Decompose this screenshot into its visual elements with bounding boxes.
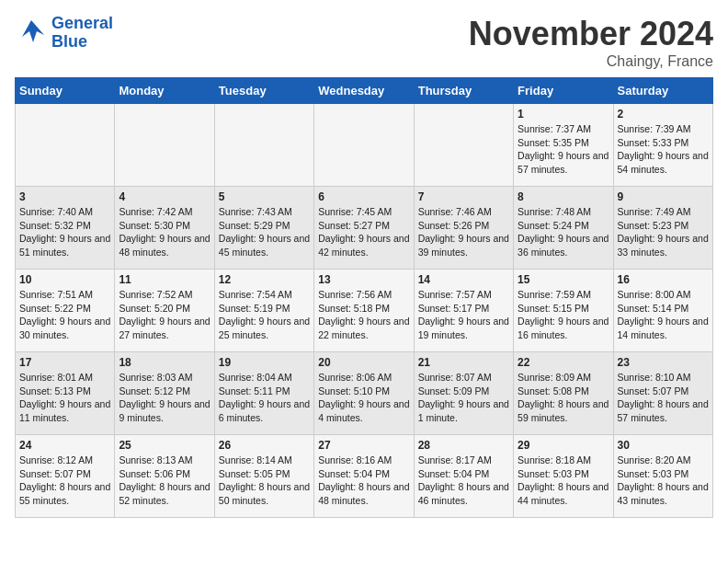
col-wednesday: Wednesday xyxy=(314,78,414,104)
calendar-cell xyxy=(115,104,214,187)
day-number: 1 xyxy=(518,108,609,121)
day-info: Sunrise: 8:20 AM Sunset: 5:03 PM Dayligh… xyxy=(618,454,709,508)
day-info: Sunrise: 7:49 AM Sunset: 5:23 PM Dayligh… xyxy=(618,205,709,259)
day-info: Sunrise: 7:37 AM Sunset: 5:35 PM Dayligh… xyxy=(518,122,609,177)
day-info: Sunrise: 8:14 AM Sunset: 5:05 PM Dayligh… xyxy=(219,454,310,508)
calendar-cell: 7Sunrise: 7:46 AM Sunset: 5:26 PM Daylig… xyxy=(414,187,513,270)
day-number: 14 xyxy=(418,273,509,286)
day-info: Sunrise: 8:10 AM Sunset: 5:07 PM Dayligh… xyxy=(618,371,709,425)
day-info: Sunrise: 8:04 AM Sunset: 5:11 PM Dayligh… xyxy=(219,371,310,425)
calendar-cell: 26Sunrise: 8:14 AM Sunset: 5:05 PM Dayli… xyxy=(214,435,313,518)
day-info: Sunrise: 7:45 AM Sunset: 5:27 PM Dayligh… xyxy=(318,205,409,259)
day-info: Sunrise: 8:12 AM Sunset: 5:07 PM Dayligh… xyxy=(19,454,110,508)
day-info: Sunrise: 8:06 AM Sunset: 5:10 PM Dayligh… xyxy=(318,371,409,425)
day-info: Sunrise: 7:54 AM Sunset: 5:19 PM Dayligh… xyxy=(219,288,310,342)
day-info: Sunrise: 8:16 AM Sunset: 5:04 PM Dayligh… xyxy=(318,454,409,508)
day-info: Sunrise: 8:00 AM Sunset: 5:14 PM Dayligh… xyxy=(618,288,709,342)
day-number: 21 xyxy=(418,356,509,369)
day-number: 28 xyxy=(418,439,509,452)
day-number: 16 xyxy=(618,273,709,286)
calendar-cell: 15Sunrise: 7:59 AM Sunset: 5:15 PM Dayli… xyxy=(514,270,613,352)
day-info: Sunrise: 7:51 AM Sunset: 5:22 PM Dayligh… xyxy=(19,288,110,342)
day-info: Sunrise: 7:56 AM Sunset: 5:18 PM Dayligh… xyxy=(318,288,409,342)
header: General Blue November 2024 Chaingy, Fran… xyxy=(15,15,713,70)
calendar-cell: 18Sunrise: 8:03 AM Sunset: 5:12 PM Dayli… xyxy=(115,352,214,435)
day-number: 23 xyxy=(618,356,709,369)
calendar-cell: 21Sunrise: 8:07 AM Sunset: 5:09 PM Dayli… xyxy=(414,352,513,435)
month-title: November 2024 xyxy=(469,15,713,53)
calendar-cell xyxy=(16,104,115,187)
calendar-cell: 6Sunrise: 7:45 AM Sunset: 5:27 PM Daylig… xyxy=(314,187,414,270)
day-info: Sunrise: 8:13 AM Sunset: 5:06 PM Dayligh… xyxy=(119,454,210,508)
day-info: Sunrise: 7:43 AM Sunset: 5:29 PM Dayligh… xyxy=(219,205,310,259)
day-info: Sunrise: 7:42 AM Sunset: 5:30 PM Dayligh… xyxy=(119,205,210,259)
day-number: 15 xyxy=(518,273,609,286)
day-number: 9 xyxy=(618,190,709,203)
week-row-3: 17Sunrise: 8:01 AM Sunset: 5:13 PM Dayli… xyxy=(16,352,713,435)
calendar-cell: 24Sunrise: 8:12 AM Sunset: 5:07 PM Dayli… xyxy=(16,435,115,518)
calendar-cell: 29Sunrise: 8:18 AM Sunset: 5:03 PM Dayli… xyxy=(514,435,613,518)
day-info: Sunrise: 7:48 AM Sunset: 5:24 PM Dayligh… xyxy=(518,205,609,259)
day-number: 19 xyxy=(219,356,310,369)
logo-text: General Blue xyxy=(51,15,113,52)
calendar-cell: 10Sunrise: 7:51 AM Sunset: 5:22 PM Dayli… xyxy=(16,270,115,352)
location: Chaingy, France xyxy=(469,53,713,70)
week-row-2: 10Sunrise: 7:51 AM Sunset: 5:22 PM Dayli… xyxy=(16,270,713,352)
calendar-cell xyxy=(314,104,414,187)
col-thursday: Thursday xyxy=(414,78,513,104)
col-monday: Monday xyxy=(115,78,214,104)
day-number: 26 xyxy=(219,439,310,452)
calendar-cell: 1Sunrise: 7:37 AM Sunset: 5:35 PM Daylig… xyxy=(514,104,613,187)
calendar-cell: 13Sunrise: 7:56 AM Sunset: 5:18 PM Dayli… xyxy=(314,270,414,352)
day-number: 8 xyxy=(518,190,609,203)
day-number: 6 xyxy=(318,190,409,203)
week-row-4: 24Sunrise: 8:12 AM Sunset: 5:07 PM Dayli… xyxy=(16,435,713,518)
calendar-cell: 23Sunrise: 8:10 AM Sunset: 5:07 PM Dayli… xyxy=(613,352,712,435)
day-number: 22 xyxy=(518,356,609,369)
calendar-cell: 19Sunrise: 8:04 AM Sunset: 5:11 PM Dayli… xyxy=(214,352,313,435)
calendar-cell: 12Sunrise: 7:54 AM Sunset: 5:19 PM Dayli… xyxy=(214,270,313,352)
day-number: 30 xyxy=(618,439,709,452)
day-number: 24 xyxy=(19,439,110,452)
col-sunday: Sunday xyxy=(16,78,115,104)
day-number: 11 xyxy=(119,273,210,286)
calendar-cell: 8Sunrise: 7:48 AM Sunset: 5:24 PM Daylig… xyxy=(514,187,613,270)
day-number: 20 xyxy=(318,356,409,369)
calendar-cell: 22Sunrise: 8:09 AM Sunset: 5:08 PM Dayli… xyxy=(514,352,613,435)
day-info: Sunrise: 7:57 AM Sunset: 5:17 PM Dayligh… xyxy=(418,288,509,342)
calendar-cell: 2Sunrise: 7:39 AM Sunset: 5:33 PM Daylig… xyxy=(613,104,712,187)
calendar-cell: 14Sunrise: 7:57 AM Sunset: 5:17 PM Dayli… xyxy=(414,270,513,352)
logo: General Blue xyxy=(15,15,113,52)
day-number: 3 xyxy=(19,190,110,203)
logo-icon xyxy=(15,17,48,50)
day-number: 2 xyxy=(618,108,709,121)
day-info: Sunrise: 8:17 AM Sunset: 5:04 PM Dayligh… xyxy=(418,454,509,508)
day-info: Sunrise: 7:59 AM Sunset: 5:15 PM Dayligh… xyxy=(518,288,609,342)
title-area: November 2024 Chaingy, France xyxy=(469,15,713,70)
col-saturday: Saturday xyxy=(613,78,712,104)
day-info: Sunrise: 7:40 AM Sunset: 5:32 PM Dayligh… xyxy=(19,205,110,259)
day-info: Sunrise: 7:46 AM Sunset: 5:26 PM Dayligh… xyxy=(418,205,509,259)
day-number: 12 xyxy=(219,273,310,286)
day-info: Sunrise: 7:52 AM Sunset: 5:20 PM Dayligh… xyxy=(119,288,210,342)
calendar-cell: 30Sunrise: 8:20 AM Sunset: 5:03 PM Dayli… xyxy=(613,435,712,518)
day-number: 18 xyxy=(119,356,210,369)
day-info: Sunrise: 8:09 AM Sunset: 5:08 PM Dayligh… xyxy=(518,371,609,425)
day-number: 29 xyxy=(518,439,609,452)
calendar-cell: 16Sunrise: 8:00 AM Sunset: 5:14 PM Dayli… xyxy=(613,270,712,352)
calendar-cell xyxy=(414,104,513,187)
day-info: Sunrise: 8:07 AM Sunset: 5:09 PM Dayligh… xyxy=(418,371,509,425)
day-number: 17 xyxy=(19,356,110,369)
day-number: 13 xyxy=(318,273,409,286)
calendar-cell: 28Sunrise: 8:17 AM Sunset: 5:04 PM Dayli… xyxy=(414,435,513,518)
header-row: Sunday Monday Tuesday Wednesday Thursday… xyxy=(16,78,713,104)
col-friday: Friday xyxy=(514,78,613,104)
day-number: 7 xyxy=(418,190,509,203)
calendar-cell: 3Sunrise: 7:40 AM Sunset: 5:32 PM Daylig… xyxy=(16,187,115,270)
calendar-cell: 20Sunrise: 8:06 AM Sunset: 5:10 PM Dayli… xyxy=(314,352,414,435)
calendar-cell xyxy=(214,104,313,187)
day-number: 25 xyxy=(119,439,210,452)
day-info: Sunrise: 7:39 AM Sunset: 5:33 PM Dayligh… xyxy=(618,122,709,177)
calendar-table: Sunday Monday Tuesday Wednesday Thursday… xyxy=(15,77,713,518)
week-row-0: 1Sunrise: 7:37 AM Sunset: 5:35 PM Daylig… xyxy=(16,104,713,187)
